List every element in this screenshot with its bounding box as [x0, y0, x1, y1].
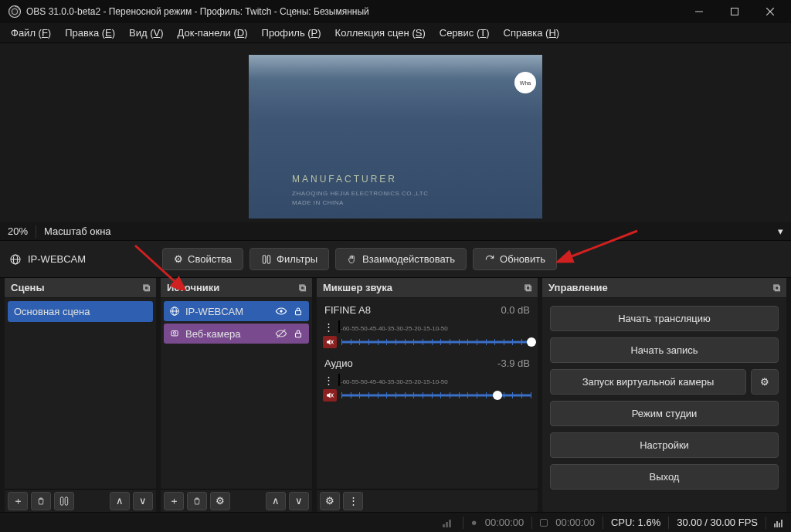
channel-name: Аудио — [324, 357, 353, 369]
window-title: OBS 31.0.0-beta2 - Переносной режим - Пр… — [26, 6, 681, 17]
stats-icon[interactable] — [774, 518, 785, 527]
zoom-dropdown-icon[interactable]: ▾ — [778, 225, 783, 237]
zoom-label[interactable]: Масштаб окна — [44, 225, 111, 237]
close-button[interactable] — [752, 0, 788, 23]
popout-icon[interactable]: ⧉ — [299, 282, 306, 294]
camera-icon — [168, 327, 181, 340]
svg-rect-33 — [779, 523, 780, 527]
record-indicator-icon: ● — [471, 517, 477, 528]
channel-name: FIFINE A8 — [324, 304, 371, 316]
preview-area[interactable]: Wha MANUFACTURER ZHAOQING HEJIA ELECTRON… — [0, 43, 791, 222]
mute-button[interactable] — [323, 336, 337, 348]
move-scene-down-button[interactable]: ∨ — [133, 492, 153, 510]
fps-counter: 30.00 / 30.00 FPS — [677, 517, 758, 528]
settings-button[interactable]: Настройки — [550, 432, 779, 458]
cpu-usage: CPU: 1.6% — [611, 517, 660, 528]
svg-point-21 — [173, 332, 176, 335]
mixer-settings-button[interactable]: ⚙ — [320, 492, 340, 510]
start-virtual-cam-button[interactable]: Запуск виртуальной камеры — [550, 369, 746, 395]
channel-db: -3.9 dB — [497, 357, 530, 369]
refresh-button[interactable]: Обновить — [473, 248, 557, 270]
studio-mode-button[interactable]: Режим студии — [550, 401, 779, 426]
source-toolbar: IP-WEBCAM ⚙ Свойства Фильтры Взаимодейст… — [0, 241, 791, 278]
controls-panel: Управление⧉ Начать трансляцию Начать зап… — [542, 278, 786, 512]
scenes-panel: Сцены⧉ Основная сцена ＋ ∧ ∨ — [5, 278, 156, 512]
add-source-button[interactable]: ＋ — [164, 492, 184, 510]
svg-rect-10 — [267, 255, 270, 263]
svg-rect-9 — [263, 255, 266, 263]
minimize-button[interactable] — [681, 0, 717, 23]
visibility-icon[interactable] — [275, 305, 287, 317]
menu-item[interactable]: Вид (V) — [123, 25, 169, 40]
maximize-button[interactable] — [717, 0, 752, 23]
svg-rect-29 — [446, 522, 448, 527]
menu-item[interactable]: Правка (E) — [59, 25, 121, 40]
obs-logo-icon — [8, 5, 22, 19]
zoom-percent[interactable]: 20% — [8, 225, 28, 237]
mute-button[interactable] — [323, 389, 337, 402]
filters-icon — [261, 254, 272, 265]
virtual-cam-settings-button[interactable]: ⚙ — [751, 369, 779, 395]
scene-item[interactable]: Основная сцена — [8, 301, 153, 322]
menu-item[interactable]: Файл (F) — [5, 25, 57, 40]
interact-button[interactable]: Взаимодействовать — [335, 248, 467, 270]
filters-button[interactable]: Фильтры — [250, 248, 329, 270]
svg-rect-23 — [296, 333, 301, 337]
source-item[interactable]: IP-WEBCAM — [164, 301, 309, 321]
toolbar-source-name: IP-WEBCAM — [28, 253, 86, 265]
properties-button[interactable]: ⚙ Свойства — [162, 248, 243, 270]
popout-icon[interactable]: ⧉ — [525, 282, 531, 294]
sources-panel: Источники⧉ IP-WEBCAMВеб-камера ＋ ⚙ ∧ ∨ — [161, 278, 312, 512]
volume-slider[interactable] — [341, 337, 531, 347]
mixer-channel: Аудио-3.9 dB⋮-60-55-50-45-40-35-30-25-20… — [320, 354, 535, 408]
add-scene-button[interactable]: ＋ — [8, 492, 28, 510]
start-streaming-button[interactable]: Начать трансляцию — [550, 306, 779, 331]
delete-scene-button[interactable] — [31, 492, 51, 510]
start-recording-button[interactable]: Начать запись — [550, 337, 779, 363]
lock-icon[interactable] — [292, 305, 304, 317]
sources-title: Источники — [167, 282, 219, 293]
audio-mixer-panel: Микшер звука⧉ FIFINE A80.0 dB⋮-60-55-50-… — [317, 278, 538, 512]
popout-icon[interactable]: ⧉ — [773, 282, 780, 294]
titlebar: OBS 31.0.0-beta2 - Переносной режим - Пр… — [0, 0, 791, 23]
menu-item[interactable]: Сервис (T) — [433, 25, 496, 40]
hand-icon — [347, 254, 358, 265]
stream-indicator-icon — [540, 519, 548, 527]
source-name: Веб-камера — [185, 328, 240, 340]
visibility-icon[interactable] — [275, 327, 287, 340]
exit-button[interactable]: Выход — [550, 464, 779, 490]
source-properties-button[interactable]: ⚙ — [210, 492, 230, 510]
volume-slider[interactable] — [341, 390, 531, 401]
dock-panels: Сцены⧉ Основная сцена ＋ ∧ ∨ Источники⧉ I… — [0, 278, 791, 512]
svg-rect-3 — [732, 8, 738, 15]
scene-filters-button[interactable] — [54, 492, 74, 510]
gear-icon: ⚙ — [174, 253, 183, 265]
move-scene-up-button[interactable]: ∧ — [110, 492, 130, 510]
move-source-down-button[interactable]: ∨ — [289, 492, 309, 510]
popout-icon[interactable]: ⧉ — [143, 282, 150, 294]
zoom-bar: 20% Масштаб окна ▾ — [0, 222, 791, 241]
source-item[interactable]: Веб-камера — [164, 324, 309, 344]
delete-source-button[interactable] — [187, 492, 207, 510]
menu-item[interactable]: Док-панели (D) — [171, 25, 254, 40]
preview-text-mfr: MANUFACTURER — [292, 174, 397, 185]
audio-meter: -60-55-50-45-40-35-30-25-20-15-10-50 — [338, 374, 340, 386]
scenes-title: Сцены — [11, 282, 45, 293]
menu-item[interactable]: Коллекция сцен (S) — [329, 25, 432, 40]
channel-menu-icon[interactable]: ⋮ — [323, 321, 334, 333]
audio-meter: -60-55-50-45-40-35-30-25-20-15-10-50 — [338, 320, 340, 333]
lock-icon[interactable] — [292, 327, 304, 340]
stream-time: 00:00:00 — [555, 517, 595, 528]
svg-rect-28 — [443, 524, 445, 527]
svg-point-0 — [9, 6, 21, 18]
preview-logo: Wha — [514, 72, 536, 93]
mixer-menu-button[interactable]: ⋮ — [343, 492, 363, 510]
refresh-icon — [484, 254, 495, 265]
svg-rect-14 — [65, 496, 68, 505]
menu-item[interactable]: Профиль (P) — [256, 25, 328, 40]
channel-menu-icon[interactable]: ⋮ — [323, 374, 334, 386]
move-source-up-button[interactable]: ∧ — [266, 492, 286, 510]
network-icon — [443, 518, 455, 527]
menubar: Файл (F)Правка (E)Вид (V)Док-панели (D)П… — [0, 23, 791, 43]
menu-item[interactable]: Справка (H) — [497, 25, 566, 40]
